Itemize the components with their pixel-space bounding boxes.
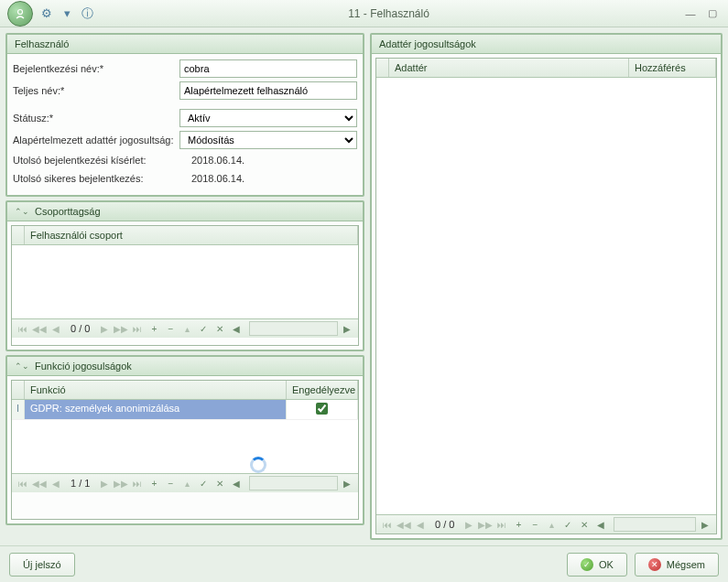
default-perm-select[interactable]: Módosítás — [179, 131, 357, 149]
nav-position: 1 / 1 — [65, 478, 95, 489]
last-attempt-value: 2018.06.14. — [191, 153, 357, 167]
collapse-icon: ⌃⌄ — [15, 361, 29, 371]
nav-prevpage-icon[interactable]: ◀◀ — [397, 517, 411, 532]
dataspace-panel: Adattér jogosultságok Adattér Hozzáférés… — [370, 33, 723, 540]
dataspace-column-header[interactable]: Adattér — [389, 59, 629, 77]
nav-nextpage-icon[interactable]: ▶▶ — [114, 321, 128, 336]
nav-add-icon[interactable]: + — [511, 517, 526, 532]
nav-edit-icon[interactable]: ▴ — [179, 476, 194, 490]
status-select[interactable]: Aktív — [179, 109, 357, 127]
status-label: Státusz:* — [13, 113, 179, 124]
nav-prev-icon[interactable]: ◀ — [413, 517, 428, 532]
nav-next-icon[interactable]: ▶ — [97, 321, 112, 336]
nav-nextpage-icon[interactable]: ▶▶ — [478, 517, 493, 532]
row-selector-header — [12, 381, 25, 399]
function-column-header[interactable]: Funkció — [25, 381, 287, 399]
nav-accept-icon[interactable]: ✓ — [196, 321, 211, 336]
nav-edit-icon[interactable]: ▴ — [179, 321, 194, 336]
minimize-button[interactable]: — — [682, 7, 699, 20]
nav-last-icon[interactable]: ⏭ — [494, 517, 509, 532]
gear-icon[interactable]: ⚙ — [38, 5, 55, 22]
nav-first-icon[interactable]: ⏮ — [16, 476, 30, 490]
nav-scroll-right-icon[interactable]: ▶ — [340, 476, 354, 490]
full-name-label: Teljes név:* — [13, 85, 179, 96]
panel-title: Funkció jogosulságok — [35, 361, 132, 372]
functions-panel-header[interactable]: ⌃⌄ Funkció jogosulságok — [7, 357, 363, 376]
panel-title: Adattér jogosultságok — [379, 38, 476, 49]
maximize-button[interactable]: ▢ — [704, 7, 721, 20]
full-name-input[interactable] — [179, 81, 357, 100]
nav-remove-icon[interactable]: − — [527, 517, 542, 532]
ok-button[interactable]: ✓ OK — [567, 553, 627, 577]
nav-prevpage-icon[interactable]: ◀◀ — [32, 476, 47, 490]
titlebar: ⚙ ▾ ⓘ 11 - Felhasználó — ▢ — [0, 0, 728, 27]
functions-grid: Funkció Engedélyezve I GDPR: személyek a… — [11, 380, 359, 520]
access-column-header[interactable]: Hozzáférés — [629, 59, 716, 77]
panel-title: Csoporttagság — [35, 206, 101, 217]
nav-add-icon[interactable]: + — [147, 321, 161, 336]
groups-panel-header[interactable]: ⌃⌄ Csoporttagság — [7, 202, 363, 221]
nav-accept-icon[interactable]: ✓ — [196, 476, 211, 490]
nav-next-icon[interactable]: ▶ — [97, 476, 112, 490]
row-selector-header — [376, 59, 389, 77]
last-attempt-label: Utolsó bejelentkezési kísérlet: — [13, 155, 191, 166]
svg-point-0 — [18, 9, 23, 14]
enabled-column-header[interactable]: Engedélyezve — [287, 381, 358, 399]
button-label: Új jelszó — [23, 559, 61, 570]
nav-remove-icon[interactable]: − — [163, 476, 178, 490]
nav-position: 0 / 0 — [65, 323, 95, 334]
nav-scroll-left-icon[interactable]: ◀ — [229, 476, 244, 490]
nav-prev-icon[interactable]: ◀ — [49, 476, 63, 490]
nav-scrollbar[interactable] — [249, 321, 338, 336]
functions-navbar: ⏮ ◀◀ ◀ 1 / 1 ▶ ▶▶ ⏭ + − ▴ ✓ ✕ ◀ — [12, 473, 358, 492]
nav-accept-icon[interactable]: ✓ — [560, 517, 575, 532]
dataspace-navbar: ⏮ ◀◀ ◀ 0 / 0 ▶ ▶▶ ⏭ + − ▴ ✓ ✕ ◀ — [376, 514, 716, 534]
nav-add-icon[interactable]: + — [147, 476, 161, 490]
nav-cancel-icon[interactable]: ✕ — [577, 517, 592, 532]
nav-remove-icon[interactable]: − — [163, 321, 178, 336]
row-selector-header — [12, 226, 25, 244]
nav-scroll-right-icon[interactable]: ▶ — [340, 321, 354, 336]
functions-panel: ⌃⌄ Funkció jogosulságok Funkció Engedély… — [5, 355, 364, 525]
last-success-label: Utolsó sikeres bejelentkezés: — [13, 173, 191, 184]
collapse-icon: ⌃⌄ — [15, 207, 29, 216]
row-indicator-icon: I — [12, 400, 25, 419]
dataspace-grid-body — [376, 78, 716, 514]
login-name-label: Bejelentkezési név:* — [13, 63, 179, 74]
last-success-value: 2018.06.14. — [191, 171, 357, 186]
nav-prevpage-icon[interactable]: ◀◀ — [32, 321, 47, 336]
dataspace-grid: Adattér Hozzáférés ⏮ ◀◀ ◀ 0 / 0 ▶ ▶▶ ⏭ +… — [375, 58, 717, 534]
groups-grid: Felhasználói csoport ⏮ ◀◀ ◀ 0 / 0 ▶ ▶▶ ⏭… — [11, 225, 359, 346]
loading-spinner-icon — [250, 457, 266, 473]
nav-first-icon[interactable]: ⏮ — [380, 517, 395, 532]
nav-cancel-icon[interactable]: ✕ — [212, 476, 227, 490]
cancel-icon: ✕ — [648, 558, 661, 571]
table-row[interactable]: I GDPR: személyek anonimizálása — [12, 400, 358, 420]
default-perm-label: Alapértelmezett adattér jogosultság: — [13, 135, 179, 146]
group-column-header[interactable]: Felhasználói csoport — [25, 226, 358, 244]
enabled-checkbox[interactable] — [316, 403, 328, 415]
nav-first-icon[interactable]: ⏮ — [16, 321, 30, 336]
app-icon — [7, 1, 33, 27]
nav-scrollbar[interactable] — [249, 476, 338, 490]
login-name-input[interactable] — [179, 59, 357, 78]
nav-last-icon[interactable]: ⏭ — [130, 321, 145, 336]
nav-scroll-left-icon[interactable]: ◀ — [229, 321, 244, 336]
nav-edit-icon[interactable]: ▴ — [544, 517, 559, 532]
nav-scroll-left-icon[interactable]: ◀ — [593, 517, 608, 532]
nav-nextpage-icon[interactable]: ▶▶ — [114, 476, 128, 490]
nav-next-icon[interactable]: ▶ — [462, 517, 476, 532]
nav-scroll-right-icon[interactable]: ▶ — [698, 517, 712, 532]
footer: Új jelszó ✓ OK ✕ Mégsem — [0, 545, 728, 582]
nav-cancel-icon[interactable]: ✕ — [212, 321, 227, 336]
nav-position: 0 / 0 — [429, 519, 460, 530]
groups-panel: ⌃⌄ Csoporttagság Felhasználói csoport ⏮ … — [5, 200, 364, 351]
cancel-button[interactable]: ✕ Mégsem — [635, 553, 719, 577]
dropdown-icon[interactable]: ▾ — [59, 5, 75, 22]
new-password-button[interactable]: Új jelszó — [9, 553, 75, 577]
functions-grid-body: I GDPR: személyek anonimizálása — [12, 400, 358, 473]
info-icon[interactable]: ⓘ — [79, 5, 95, 22]
nav-last-icon[interactable]: ⏭ — [130, 476, 145, 490]
nav-scrollbar[interactable] — [614, 517, 696, 532]
nav-prev-icon[interactable]: ◀ — [49, 321, 63, 336]
